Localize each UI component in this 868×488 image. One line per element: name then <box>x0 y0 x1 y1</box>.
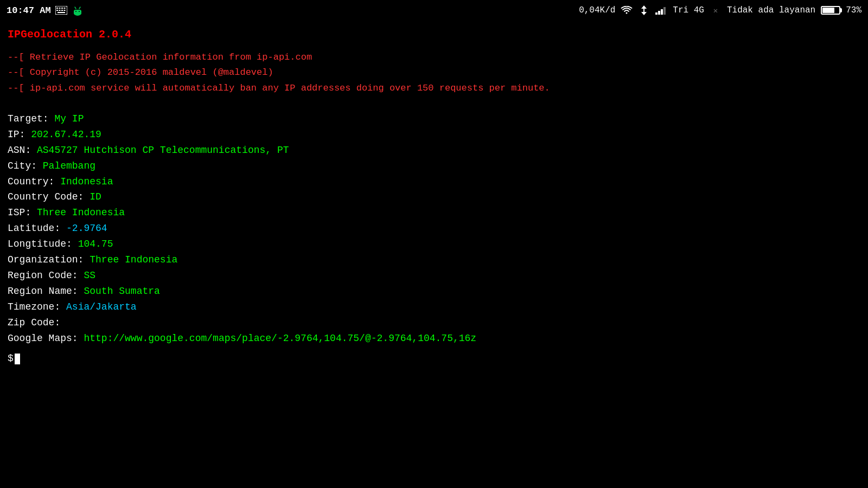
ip-label: IP: <box>8 129 31 140</box>
target-line: Target: My IP <box>8 112 860 127</box>
info-line-1: --[ Retrieve IP Geolocation information … <box>8 50 860 65</box>
time-display: 10:47 AM <box>7 5 51 16</box>
latitude-line: Latitude: -2.9764 <box>8 221 860 236</box>
region-code-line: Region Code: SS <box>8 268 860 284</box>
svg-line-15 <box>79 7 80 9</box>
asn-line: ASN: AS45727 Hutchison CP Telecommunicat… <box>8 143 860 158</box>
svg-rect-5 <box>56 10 58 11</box>
svg-rect-3 <box>61 8 63 9</box>
longitude-label: Longtitude: <box>8 239 78 249</box>
cursor <box>15 354 20 364</box>
info-line-3: --[ ip-api.com service will automaticall… <box>8 81 860 95</box>
timezone-line: Timezone: Asia/Jakarta <box>8 300 860 315</box>
city-label: City: <box>8 160 43 171</box>
status-right: 0,04K/d Tr <box>579 4 861 16</box>
svg-rect-4 <box>63 8 65 9</box>
status-bar: 10:47 AM <box>0 0 868 21</box>
svg-rect-24 <box>661 9 663 15</box>
no-service-icon: ✕ <box>710 4 722 16</box>
info-line-3-text: --[ ip-api.com service will automaticall… <box>8 83 550 93</box>
svg-point-18 <box>79 11 80 12</box>
battery-percent: 73% <box>846 5 861 15</box>
svg-rect-23 <box>658 11 660 15</box>
svg-point-17 <box>75 11 76 12</box>
zip-line: Zip Code: <box>8 316 860 331</box>
ip-line: IP: 202.67.42.19 <box>8 127 860 143</box>
asn-value: AS45727 Hutchison CP Telecommunications,… <box>37 145 289 156</box>
longitude-value: 104.75 <box>78 239 113 249</box>
latitude-value: -2.9764 <box>66 223 107 234</box>
battery-fill <box>822 8 834 13</box>
region-name-label: Region Name: <box>8 286 84 297</box>
country-code-line: Country Code: ID <box>8 190 860 205</box>
svg-rect-1 <box>56 8 58 9</box>
signal-bars-icon <box>655 4 667 16</box>
asn-label: ASN: <box>8 145 37 156</box>
city-line: City: Palembang <box>8 159 860 174</box>
isp-value: Three Indonesia <box>37 207 125 218</box>
target-label: Target: <box>8 113 54 124</box>
org-value: Three Indonesia <box>90 254 177 265</box>
info-line-2-text: --[ Copyright (c) 2015-2016 maldevel (@m… <box>8 67 273 78</box>
region-code-label: Region Code: <box>8 270 84 281</box>
isp-label: ISP: <box>8 207 37 218</box>
isp-line: ISP: Three Indonesia <box>8 206 860 221</box>
android-icon <box>72 4 84 16</box>
maps-value: http://www.google.com/maps/place/-2.9764… <box>84 333 476 344</box>
data-transfer-icon <box>638 4 650 16</box>
svg-rect-21 <box>643 8 644 12</box>
region-name-value: South Sumatra <box>84 286 159 297</box>
country-code-value: ID <box>90 191 101 202</box>
maps-line: Google Maps: http://www.google.com/maps/… <box>8 331 860 346</box>
svg-rect-25 <box>663 7 666 15</box>
svg-rect-22 <box>655 12 658 15</box>
status-left: 10:47 AM <box>7 4 84 16</box>
battery-indicator <box>821 6 840 15</box>
target-value: My IP <box>54 113 84 124</box>
wifi-icon <box>621 4 633 16</box>
timezone-label: Timezone: <box>8 301 66 312</box>
country-label: Country: <box>8 176 60 187</box>
svg-rect-8 <box>63 10 65 11</box>
svg-rect-2 <box>59 8 60 9</box>
ip-value: 202.67.42.19 <box>31 129 101 140</box>
city-value: Palembang <box>43 160 95 171</box>
latitude-label: Latitude: <box>8 223 66 234</box>
network-speed: 0,04K/d <box>579 5 615 15</box>
svg-rect-6 <box>59 10 60 11</box>
country-code-label: Country Code: <box>8 191 90 202</box>
svg-line-14 <box>75 7 76 9</box>
info-line-2: --[ Copyright (c) 2015-2016 maldevel (@m… <box>8 66 860 80</box>
region-name-line: Region Name: South Sumatra <box>8 284 860 299</box>
svg-rect-16 <box>74 10 81 13</box>
spacer <box>8 97 860 112</box>
longitude-line: Longtitude: 104.75 <box>8 237 860 252</box>
no-service-label: Tidak ada layanan <box>727 5 815 15</box>
org-label: Organization: <box>8 254 90 265</box>
prompt-symbol: $ <box>8 351 14 367</box>
svg-rect-9 <box>58 12 65 13</box>
carrier-label: Tri 4G <box>673 5 704 15</box>
country-value: Indonesia <box>60 176 113 187</box>
timezone-value: Asia/Jakarta <box>66 301 137 312</box>
country-line: Country: Indonesia <box>8 175 860 190</box>
app-title: IPGeolocation 2.0.4 <box>8 26 860 43</box>
maps-label: Google Maps: <box>8 333 84 344</box>
region-code-value: SS <box>84 270 95 281</box>
keyboard-icon <box>55 4 67 16</box>
svg-rect-7 <box>61 10 63 11</box>
org-line: Organization: Three Indonesia <box>8 253 860 268</box>
zip-label: Zip Code: <box>8 317 60 328</box>
info-line-1-text: --[ Retrieve IP Geolocation information … <box>8 52 312 62</box>
prompt-line: $ <box>8 351 860 367</box>
terminal: IPGeolocation 2.0.4 --[ Retrieve IP Geol… <box>0 21 868 372</box>
